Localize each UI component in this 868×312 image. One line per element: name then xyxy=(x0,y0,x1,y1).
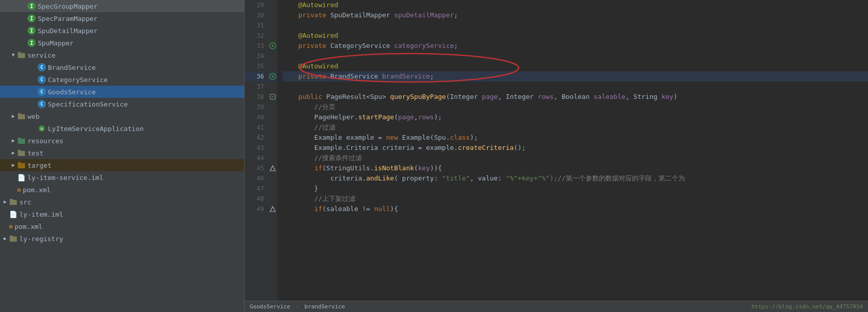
tree-item-goodsservice[interactable]: C GoodsService xyxy=(0,86,244,98)
svg-point-17 xyxy=(272,45,274,47)
tree-item-ly-registry[interactable]: ▶ ly-registry xyxy=(0,232,244,245)
svg-marker-23 xyxy=(270,206,275,212)
tree-label: GoodsService xyxy=(48,88,96,96)
code-token: rows xyxy=(418,112,434,122)
tree-label: test xyxy=(28,149,43,157)
code-area: 29 30 31 32 33 34 35 36 37 38 39 40 41 4… xyxy=(245,0,868,301)
tree-item-target[interactable]: ▶ target xyxy=(0,159,244,171)
code-token: class xyxy=(450,133,470,143)
code-token: CategoryService xyxy=(326,41,394,51)
tree-label: LyItemServiceApplication xyxy=(48,125,144,133)
spacer-icon xyxy=(10,187,16,193)
breadcrumb-part2: brandService xyxy=(304,303,345,310)
code-token: )){ xyxy=(430,163,442,173)
code-token: ( xyxy=(414,163,418,173)
code-token xyxy=(282,204,314,214)
tree-item-service[interactable]: ▼ service xyxy=(0,49,244,61)
code-line-48: //上下架过滤 xyxy=(282,194,868,204)
app-icon: A xyxy=(38,124,46,133)
code-line-34 xyxy=(282,51,868,61)
code-token: startPage xyxy=(358,112,394,122)
tree-item-web[interactable]: ▶ web xyxy=(0,110,244,122)
tree-item-resources[interactable]: ▶ resources xyxy=(0,135,244,147)
folder-icon xyxy=(17,149,25,157)
line-numbers: 29 30 31 32 33 34 35 36 37 38 39 40 41 4… xyxy=(245,0,268,301)
code-token: isNotBlank xyxy=(374,163,414,173)
code-token: if xyxy=(314,204,323,214)
tree-item-spumapper[interactable]: I SpuMapper xyxy=(0,37,244,49)
code-token: saleable xyxy=(594,92,626,102)
code-token: , Boolean xyxy=(554,92,593,102)
tree-item-specificationservice[interactable]: C SpecificationService xyxy=(0,98,244,110)
folder-icon xyxy=(17,112,25,120)
tree-item-lyitemserviceapp[interactable]: A LyItemServiceApplication xyxy=(0,122,244,135)
code-token: public xyxy=(282,92,322,102)
code-token: (); xyxy=(514,143,525,153)
collapse-arrow-icon: ▶ xyxy=(10,113,16,119)
code-token: );//第一个参数的数据对应的字段，第二个为 xyxy=(549,173,685,184)
interface-icon: I xyxy=(28,14,36,22)
code-line-31 xyxy=(282,20,868,31)
code-token: (StringUtils. xyxy=(322,163,374,173)
code-token: , String xyxy=(625,92,661,102)
tree-label: SpecGroupMapper xyxy=(38,3,97,10)
tree-label: ly-registry xyxy=(19,235,63,243)
code-token: Example(Spu. xyxy=(398,133,450,143)
tree-item-specgroupmapper[interactable]: I SpecGroupMapper xyxy=(0,0,244,12)
breadcrumb: GoodsService › brandService xyxy=(250,303,345,310)
code-token: //搜索条件过滤 xyxy=(282,153,362,163)
interface-icon: I xyxy=(28,2,36,10)
svg-point-19 xyxy=(272,75,274,77)
code-token: (Integer xyxy=(446,92,482,102)
code-line-42: Example example = new Example(Spu. class… xyxy=(282,133,868,143)
code-token: page xyxy=(398,112,414,122)
code-line-33: private CategoryService categoryService … xyxy=(282,41,868,51)
status-bar: GoodsService › brandService https://blog… xyxy=(245,301,868,312)
code-token: Example example = xyxy=(282,133,386,143)
code-token: createCriteria xyxy=(458,143,514,153)
class-icon: C xyxy=(38,75,46,84)
spacer-icon xyxy=(20,3,27,9)
tree-item-brandservice[interactable]: C BrandService xyxy=(0,61,244,73)
save-gutter-icon2 xyxy=(269,73,276,80)
interface-icon: I xyxy=(28,27,36,35)
tree-item-test[interactable]: ▶ test xyxy=(0,147,244,159)
code-line-36: private BrandService brandService ; xyxy=(282,71,868,82)
code-token: page xyxy=(482,92,497,102)
tree-label: SpecParamMapper xyxy=(38,15,97,22)
folder-icon xyxy=(9,198,17,206)
code-token xyxy=(282,163,314,173)
breadcrumb-part1: GoodsService xyxy=(250,303,290,310)
tree-item-specparammapper[interactable]: I SpecParamMapper xyxy=(0,12,244,24)
code-token: criteria. xyxy=(282,173,366,184)
code-token: private xyxy=(282,71,326,82)
breadcrumb-separator: › xyxy=(296,303,299,310)
code-token: ( property: xyxy=(394,173,442,184)
tree-item-pom-xml-root[interactable]: m pom.xml xyxy=(0,220,244,232)
tree-item-categoryservice[interactable]: C CategoryService xyxy=(0,73,244,86)
tree-item-src[interactable]: ▶ src xyxy=(0,196,244,208)
code-token: spuDetailMapper xyxy=(394,10,454,20)
code-token: //分页 xyxy=(282,102,335,112)
file-icon: m xyxy=(17,187,21,193)
svg-rect-13 xyxy=(10,199,13,201)
code-token: PageHelper. xyxy=(282,112,358,122)
spacer-icon xyxy=(31,64,37,70)
code-token: SpuDetailMapper xyxy=(326,10,394,20)
expand-arrow-icon: ▼ xyxy=(10,52,16,58)
class-icon: C xyxy=(38,63,46,71)
tree-item-ly-item-iml[interactable]: 📄 ly-item.iml xyxy=(0,208,244,220)
collapse-arrow-icon: ▶ xyxy=(10,138,16,144)
svg-rect-7 xyxy=(18,138,21,140)
tree-label: service xyxy=(28,51,56,59)
file-icon: 📄 xyxy=(17,174,25,181)
tree-label: target xyxy=(28,162,51,169)
spacer-icon xyxy=(20,15,27,21)
class-icon: C xyxy=(38,100,46,108)
tree-item-ly-item-service-iml[interactable]: 📄 ly-item-service.iml xyxy=(0,171,244,184)
code-token: @Autowired xyxy=(282,31,338,41)
tree-item-spudetailmapper[interactable]: I SpuDetailMapper xyxy=(0,24,244,37)
csdn-url: https://blog.csdn.net/qq_44757034 xyxy=(751,303,863,310)
tree-item-pom-xml-module[interactable]: m pom.xml xyxy=(0,184,244,196)
tree-label: web xyxy=(28,113,39,120)
